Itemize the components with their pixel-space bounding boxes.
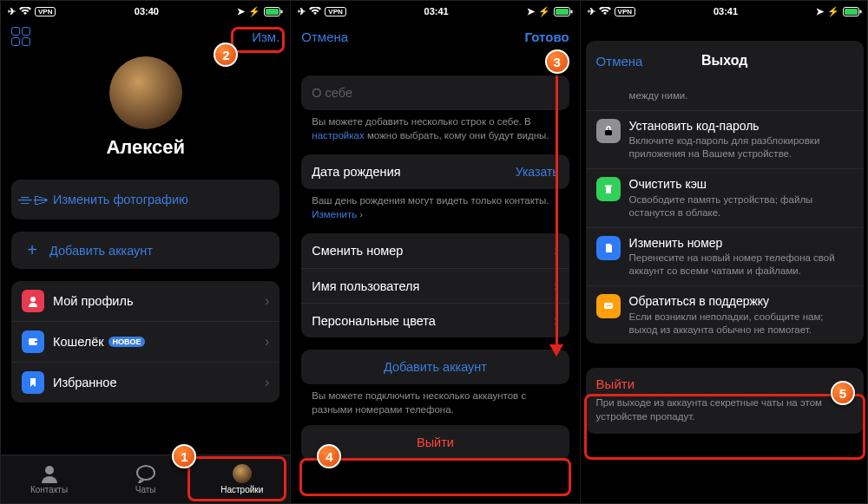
profile-name: Алексей: [106, 136, 185, 159]
add-account-note: Вы можете подключить несколько аккаунтов…: [301, 384, 569, 416]
bookmark-icon: [22, 371, 44, 394]
charge-icon: ⚡: [538, 6, 550, 17]
trash-icon: [596, 177, 621, 201]
status-bar: ✈ VPN 03:41 ➤ ⚡: [581, 1, 868, 20]
plus-icon: +: [22, 240, 43, 260]
logout-label: Выйти: [417, 435, 454, 449]
favorites-label: Избранное: [53, 376, 265, 389]
camera-icon: ⌯⌲: [22, 188, 44, 211]
tab-contacts[interactable]: Контакты: [1, 455, 97, 503]
cache-row[interactable]: Очистить кэш Освободите память устройств…: [586, 168, 864, 226]
qr-icon[interactable]: [11, 27, 30, 46]
battery-icon: [554, 7, 573, 16]
lock-icon: [596, 119, 621, 143]
edit-button[interactable]: Изм.: [252, 29, 279, 44]
tab-label: Чаты: [135, 485, 156, 494]
change-photo-button[interactable]: ⌯⌲ Изменить фотографию: [11, 180, 279, 219]
add-account-button[interactable]: Добавить аккаунт: [301, 350, 569, 384]
logout-sub: При выходе из аккаунта секретные чаты на…: [596, 396, 853, 423]
username-row[interactable]: Имя пользователя ›: [301, 268, 569, 303]
contacts-icon: [39, 464, 60, 483]
colors-label: Персональные цвета: [312, 314, 554, 328]
number-title: Изменить номер: [629, 236, 853, 252]
screen-settings: ✈ VPN 03:40 ➤ ⚡ Изм. 2 Алексей ⌯⌲ Измени…: [1, 1, 290, 503]
partial-row: между ними.: [586, 81, 864, 110]
about-note: Вы можете добавить несколько строк о себ…: [301, 110, 569, 142]
charge-icon: ⚡: [248, 6, 260, 17]
svg-point-6: [45, 466, 54, 475]
svg-rect-2: [281, 10, 283, 13]
dob-action[interactable]: Указать: [516, 165, 559, 179]
colors-row[interactable]: Персональные цвета ›: [301, 303, 569, 337]
svg-point-20: [609, 305, 611, 307]
cancel-button[interactable]: Отмена: [596, 54, 643, 69]
dob-change-link[interactable]: Изменить: [312, 209, 357, 219]
screen-logout-sheet: ✈ VPN 03:41 ➤ ⚡ Отмена Выход между ними.…: [580, 1, 868, 503]
vpn-badge: VPN: [35, 7, 56, 16]
svg-point-18: [606, 305, 608, 307]
svg-rect-5: [35, 341, 37, 343]
nav-bar: Изм.: [1, 20, 290, 53]
wallet-new-badge: НОВОЕ: [108, 337, 146, 347]
sheet-header: Отмена Выход: [586, 41, 864, 81]
svg-rect-14: [605, 130, 612, 135]
chats-icon: [135, 464, 156, 483]
svg-point-19: [608, 305, 609, 307]
number-sub: Перенесите на новый номер телефона свой …: [629, 252, 853, 278]
cancel-button[interactable]: Отмена: [301, 29, 348, 44]
settings-tab-avatar: [233, 464, 252, 483]
add-account-label: Добавить аккаунт: [384, 360, 487, 374]
passcode-sub: Включите код-пароль для разблокировки пр…: [629, 134, 853, 160]
wifi-icon: [309, 7, 321, 16]
svg-rect-12: [845, 9, 858, 15]
avatar[interactable]: [109, 56, 182, 129]
sheet-title: Выход: [701, 53, 747, 69]
svg-rect-13: [859, 10, 861, 13]
about-placeholder: О себе: [312, 86, 352, 100]
svg-rect-15: [606, 187, 611, 193]
logout-label: Выйти: [596, 376, 853, 391]
tab-bar: Контакты Чаты Настройки: [1, 455, 290, 503]
chat-icon: [596, 294, 621, 318]
wallet-row[interactable]: Кошелёк НОВОЕ ›: [11, 321, 279, 362]
vpn-badge: VPN: [325, 7, 345, 16]
location-icon: ➤: [237, 6, 245, 17]
settings-link[interactable]: настройках: [312, 130, 364, 141]
svg-rect-1: [266, 9, 279, 15]
change-number-label: Сменить номер: [312, 244, 554, 258]
done-button[interactable]: Готово: [525, 29, 569, 44]
svg-rect-9: [556, 9, 569, 15]
vpn-badge: VPN: [615, 7, 635, 16]
svg-rect-10: [570, 10, 572, 13]
my-profile-label: Мой профиль: [53, 294, 265, 308]
tab-label: Контакты: [30, 485, 68, 494]
status-time: 03:41: [713, 6, 738, 16]
tab-settings[interactable]: Настройки: [194, 455, 290, 503]
battery-icon: [843, 7, 862, 16]
profile-icon: [22, 290, 44, 312]
support-row[interactable]: Обратиться в поддержку Если возникли неп…: [586, 285, 864, 344]
change-photo-label: Изменить фотографию: [53, 193, 188, 206]
highlight-logout: [299, 458, 570, 496]
support-sub: Если возникли неполадки, сообщите нам; в…: [629, 311, 853, 337]
wifi-icon: [19, 7, 31, 16]
add-account-button[interactable]: + Добавить аккаунт: [11, 232, 279, 269]
passcode-title: Установить код-пароль: [629, 119, 853, 134]
callout-5: 5: [831, 381, 855, 405]
tab-label: Настройки: [220, 485, 263, 494]
support-title: Обратиться в поддержку: [629, 294, 853, 310]
dob-label: Дата рождения: [312, 165, 515, 179]
about-input[interactable]: О себе: [301, 75, 569, 110]
dob-row[interactable]: Дата рождения Указать: [301, 154, 569, 189]
number-row[interactable]: Изменить номер Перенесите на новый номер…: [586, 227, 864, 285]
svg-rect-16: [605, 186, 612, 187]
logout-confirm-row[interactable]: Выйти При выходе из аккаунта секретные ч…: [586, 368, 864, 434]
logout-button[interactable]: Выйти: [301, 425, 569, 460]
my-profile-row[interactable]: Мой профиль ›: [11, 281, 279, 321]
passcode-row[interactable]: Установить код-пароль Включите код-парол…: [586, 110, 864, 168]
change-number-row[interactable]: Сменить номер ›: [301, 233, 569, 268]
favorites-row[interactable]: Избранное ›: [11, 362, 279, 403]
callout-3: 3: [545, 49, 569, 74]
nav-bar: Отмена Готово: [291, 20, 579, 53]
sim-icon: [596, 236, 621, 260]
